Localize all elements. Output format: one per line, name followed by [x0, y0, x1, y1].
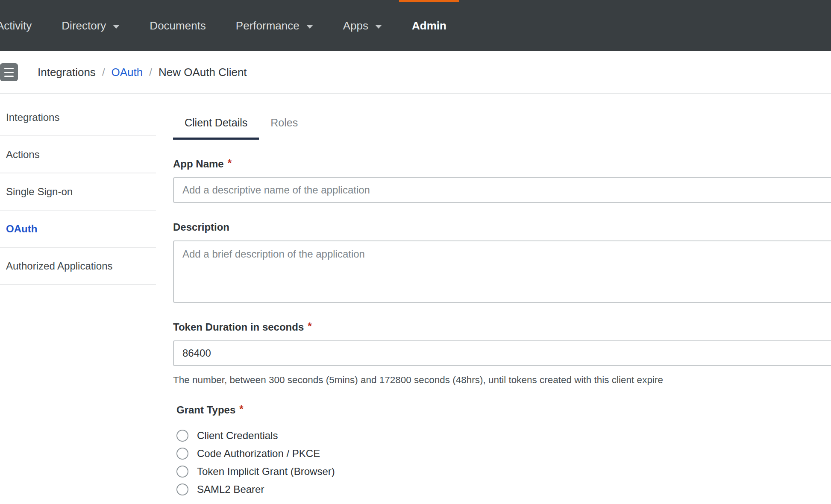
nav-item-admin[interactable]: Admin [399, 0, 459, 51]
breadcrumb-separator: / [149, 66, 152, 78]
breadcrumb-separator: / [102, 66, 105, 78]
chevron-down-icon [375, 25, 382, 29]
sidebar-item-integrations[interactable]: Integrations [0, 99, 156, 136]
sidebar-item-authorized-applications[interactable]: Authorized Applications [0, 248, 156, 285]
required-asterisk: * [308, 320, 311, 332]
grant-type-option-code-authorization-pkce[interactable]: Code Authorization / PKCE [176, 448, 831, 460]
nav-item-directory[interactable]: Directory [62, 0, 120, 51]
chevron-down-icon [306, 25, 313, 29]
radio-option-label: Client Credentials [197, 430, 278, 442]
hamburger-icon [4, 72, 14, 73]
description-field: Description [173, 221, 831, 303]
tab-roles[interactable]: Roles [259, 117, 309, 140]
token-duration-field: Token Duration in seconds * The number, … [173, 321, 831, 386]
token-duration-input[interactable] [173, 340, 831, 366]
grant-types-field: Grant Types * Client Credentials Code Au… [176, 404, 831, 495]
breadcrumb: Integrations / OAuth / New OAuth Client [38, 66, 247, 79]
app-name-field: App Name * [173, 158, 831, 203]
nav-item-label: Admin [412, 19, 446, 32]
sidebar-item-actions[interactable]: Actions [0, 136, 156, 173]
radio-option-label: Token Implicit Grant (Browser) [197, 466, 335, 478]
token-duration-help: The number, between 300 seconds (5mins) … [173, 375, 831, 386]
nav-item-performance[interactable]: Performance [236, 0, 313, 51]
nav-item-activity[interactable]: Activity [0, 0, 32, 51]
breadcrumb-row: Integrations / OAuth / New OAuth Client [0, 51, 831, 94]
grant-type-option-client-credentials[interactable]: Client Credentials [176, 430, 831, 442]
radio-saml2-bearer[interactable] [176, 483, 188, 495]
radio-client-credentials[interactable] [176, 430, 188, 442]
required-asterisk: * [228, 157, 232, 169]
menu-toggle-button[interactable] [0, 63, 18, 81]
active-nav-indicator [399, 0, 459, 2]
radio-token-implicit-grant[interactable] [176, 466, 188, 478]
description-textarea[interactable] [173, 240, 831, 303]
nav-item-label: Documents [150, 19, 206, 32]
oauth-client-form: App Name * Description Token Duration in… [173, 158, 831, 495]
required-asterisk: * [239, 403, 243, 415]
content-area: Integrations Actions Single Sign-on OAut… [0, 94, 831, 503]
tabs: Client Details Roles [173, 117, 831, 140]
sidebar: Integrations Actions Single Sign-on OAut… [0, 94, 156, 503]
breadcrumb-current-page: New OAuth Client [159, 66, 247, 79]
grant-types-options: Client Credentials Code Authorization / … [176, 430, 831, 495]
grant-type-option-token-implicit-grant[interactable]: Token Implicit Grant (Browser) [176, 466, 831, 478]
nav-item-label: Directory [62, 19, 106, 32]
grant-types-label: Grant Types * [176, 404, 831, 416]
top-nav: Activity Directory Documents Performance… [0, 0, 831, 51]
chevron-down-icon [113, 25, 120, 29]
main-panel: Client Details Roles App Name * Descript… [156, 94, 831, 503]
main-nav-list: Activity Directory Documents Performance… [0, 0, 459, 51]
nav-item-label: Activity [0, 19, 32, 32]
tab-client-details[interactable]: Client Details [173, 117, 259, 140]
radio-option-label: Code Authorization / PKCE [197, 448, 320, 460]
sidebar-item-single-sign-on[interactable]: Single Sign-on [0, 173, 156, 211]
nav-item-label: Apps [343, 19, 368, 32]
nav-item-apps[interactable]: Apps [343, 0, 382, 51]
sidebar-item-oauth[interactable]: OAuth [0, 211, 156, 248]
breadcrumb-link-oauth[interactable]: OAuth [112, 66, 143, 79]
radio-code-authorization-pkce[interactable] [176, 448, 188, 460]
description-label: Description [173, 221, 831, 233]
breadcrumb-item-integrations[interactable]: Integrations [38, 66, 96, 79]
nav-item-documents[interactable]: Documents [150, 0, 206, 51]
radio-option-label: SAML2 Bearer [197, 483, 264, 495]
app-name-input[interactable] [173, 177, 831, 203]
grant-type-option-saml2-bearer[interactable]: SAML2 Bearer [176, 483, 831, 495]
token-duration-label: Token Duration in seconds * [173, 321, 831, 333]
nav-item-label: Performance [236, 19, 300, 32]
app-name-label: App Name * [173, 158, 831, 170]
